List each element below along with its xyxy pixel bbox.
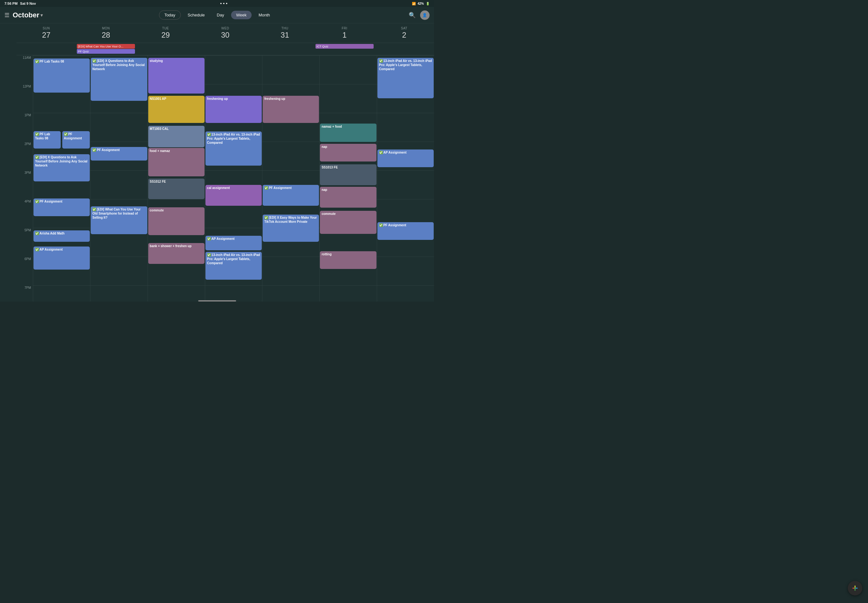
allday-fri: ICT Quiz [315,43,374,54]
time-display: 7:56 PM [5,2,18,5]
time-4pm: 4PM [16,199,33,228]
event-thu-pfassign[interactable]: ✅PF Assignment [263,185,319,206]
allday-tue [136,43,195,54]
col-thu: freshening up ✅PF Assignment ✅[EDI] X Ea… [262,55,319,302]
col-wed: freshening up ✅13-inch iPad Air vs. 13-i… [205,55,262,302]
sun-number: 27 [42,31,51,40]
day-header-fri: FRI 1 [315,23,374,43]
event-thu-tiktok[interactable]: ✅[EDI] X Easy Ways to Make Your TikTok A… [263,215,319,242]
event-wed-ipad2[interactable]: ✅13-inch iPad Air vs. 13-inch iPad Pro: … [206,252,262,280]
menu-button[interactable]: ☰ [5,12,9,19]
dot1 [220,3,221,4]
event-fri-nap1[interactable]: nap [320,144,376,161]
allday-sun [16,43,76,54]
sat-label: SAT [401,26,407,30]
event-sun-pfassign2[interactable]: ✅PF Assignment [34,198,90,216]
app-header: ☰ October ▾ Today Schedule Day Week Mont… [0,7,434,23]
time-1pm: 1PM [16,113,33,142]
event-tue-commute[interactable]: commute [148,207,204,235]
allday-event-ict[interactable]: ICT Quiz [316,44,374,49]
col-mon: ✅[EDI] X Questions to Ask Yourself Befor… [90,55,147,302]
event-sat-apassign[interactable]: ✅AP Assignment [378,150,434,167]
time-col-header [0,23,16,43]
event-wed-ipad1[interactable]: ✅13-inch iPad Air vs. 13-inch iPad Pro: … [206,131,262,165]
event-sun-pfassign1[interactable]: ✅PF Assignment [62,131,90,148]
event-sun-pflab1[interactable]: ✅PF Lab Tasks 08 [34,59,90,93]
day-header-mon: MON 28 [76,23,136,43]
event-sat-ipad[interactable]: ✅13-inch iPad Air vs. 13-inch iPad Pro: … [378,58,434,98]
nav-schedule[interactable]: Schedule [183,11,210,19]
event-fri-commute[interactable]: commute [320,211,376,234]
avatar[interactable]: 👤 [420,11,430,20]
event-tue-ns1001[interactable]: NS1001 AP [148,96,204,123]
header-nav: Today Schedule Day Week Month [146,11,288,20]
event-fri-namaz[interactable]: namaz + food [320,124,376,142]
status-dots [220,3,227,4]
time-12pm: 12PM [16,84,33,113]
month-title[interactable]: October ▾ [12,11,43,19]
nav-month[interactable]: Month [254,11,275,19]
col-tue: studying NS1001 AP MT1003 CAL food + nam… [148,55,205,302]
status-indicators: 📶 42% 🔋 [412,2,430,5]
allday-event-pfquiz[interactable]: PF Quiz [77,49,135,54]
days-grid: .day-col::before { content: ''; } .hl { … [33,55,434,302]
event-tue-ss1012[interactable]: SS1012 FE [148,179,204,199]
thu-label: THU [281,26,288,30]
mon-number: 28 [102,31,110,40]
nav-day[interactable]: Day [212,11,229,19]
event-fri-rotting[interactable]: rotting [320,251,376,269]
event-fri-ss1013[interactable]: SS1013 FE [320,164,376,185]
event-mon-edi[interactable]: ✅[EDI] X Questions to Ask Yourself Befor… [91,58,147,101]
event-wed-apassign[interactable]: ✅AP Assignment [206,236,262,250]
sun-label: SUN [43,26,50,30]
allday-thu [255,43,315,54]
event-sun-arisha[interactable]: ✅Arisha Add Math [34,230,90,242]
event-tue-mt1003[interactable]: MT1003 CAL [148,126,204,147]
event-sun-apassign[interactable]: ✅AP Assignment [34,246,90,270]
event-wed-freshening[interactable]: freshening up [206,96,262,123]
tue-label: TUE [162,26,169,30]
battery-icon: 🔋 [426,2,430,5]
dot3 [226,3,227,4]
event-fri-nap2[interactable]: nap [320,187,376,208]
dot2 [223,3,224,4]
allday-event-edi[interactable]: [EDI] What Can You Use Your O... [77,44,135,49]
date-display: Sat 9 Nov [20,2,36,5]
time-2pm: 2PM [16,142,33,170]
tue-number: 29 [161,31,170,40]
event-mon-pfassign[interactable]: ✅PF Assignment [91,147,147,161]
allday-row: [EDI] What Can You Use Your O... PF Quiz… [16,43,434,55]
fri-number: 1 [342,31,347,40]
mon-label: MON [102,26,110,30]
time-column [0,23,16,302]
nav-week[interactable]: Week [231,11,252,19]
time-7pm: 7PM [16,285,33,302]
time-11am: 11AM [16,55,33,84]
event-tue-bank[interactable]: bank + shower + freshen up [148,243,204,264]
event-mon-edi2[interactable]: ✅[EDI] What Can You Use Your Old Smartph… [91,206,147,234]
event-sun-edi[interactable]: ✅[EDI] X Questions to Ask Yourself Befor… [34,154,90,181]
status-time: 7:56 PM Sat 9 Nov [5,2,36,5]
event-sat-pfassign[interactable]: ✅PF Assignment [378,222,434,240]
thu-number: 31 [281,31,289,40]
event-wed-cal[interactable]: cal assignment [206,185,262,206]
event-tue-food[interactable]: food + namaz [148,148,204,176]
col-sat: ✅13-inch iPad Air vs. 13-inch iPad Pro: … [377,55,434,302]
wifi-icon: 📶 [412,2,416,5]
grid-area: SUN 27 MON 28 TUE 29 WED 30 THU 31 FRI 1 [16,23,434,302]
allday-wed [195,43,255,54]
calendar-container: SUN 27 MON 28 TUE 29 WED 30 THU 31 FRI 1 [0,23,434,302]
event-tue-studying[interactable]: studying [148,58,204,94]
calendar-body[interactable]: 11AM 12PM 1PM 2PM 3PM 4PM 5PM 6PM 7PM .d… [16,55,434,302]
search-icon[interactable]: 🔍 [409,12,416,19]
day-header-sun: SUN 27 [16,23,76,43]
scroll-indicator [198,300,236,302]
nav-today[interactable]: Today [159,11,181,20]
header-left: ☰ October ▾ [5,11,146,19]
chevron-down-icon: ▾ [40,12,43,18]
event-sun-pflab2[interactable]: ✅PF Lab Tasks 08 [34,131,61,148]
event-thu-freshening[interactable]: freshening up [263,96,319,123]
wed-label: WED [221,26,229,30]
header-right: 🔍 👤 [288,11,430,20]
day-headers: SUN 27 MON 28 TUE 29 WED 30 THU 31 FRI 1 [16,23,434,43]
